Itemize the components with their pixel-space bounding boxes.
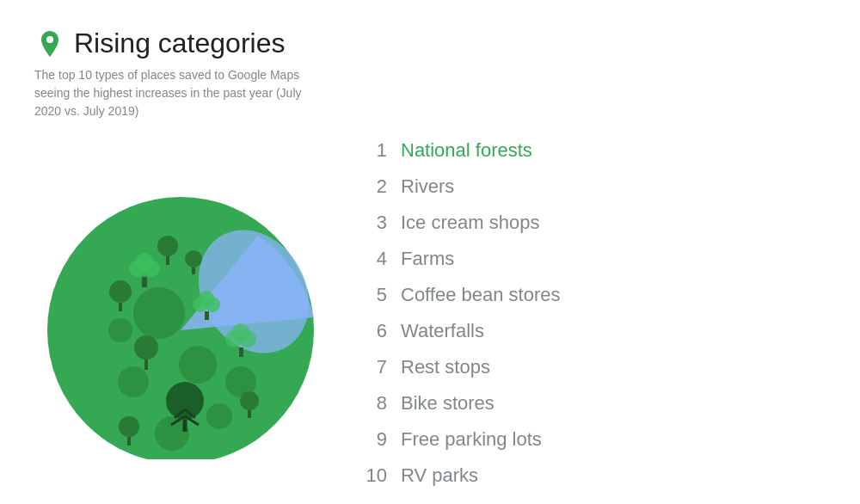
svg-point-18	[166, 382, 204, 420]
list-rank: 2	[361, 175, 387, 198]
svg-rect-17	[144, 360, 148, 370]
list-item: 3Ice cream shops	[361, 206, 826, 239]
list-rank: 7	[361, 356, 387, 378]
svg-point-34	[199, 291, 214, 306]
svg-point-16	[134, 335, 158, 360]
list-label: Coffee bean stores	[401, 284, 561, 306]
page-title: Rising categories	[74, 28, 285, 59]
svg-point-24	[240, 391, 259, 410]
list-item: 9Free parking lots	[361, 423, 826, 456]
svg-rect-25	[248, 410, 251, 418]
list-label: Bike stores	[401, 392, 494, 415]
list-label: Waterfalls	[401, 320, 484, 342]
pin-icon	[34, 28, 65, 59]
svg-point-9	[108, 318, 132, 342]
svg-point-4	[179, 346, 217, 384]
chart-svg	[34, 167, 327, 459]
list-rank: 4	[361, 248, 387, 270]
svg-point-3	[133, 287, 185, 339]
list-item: 6Waterfalls	[361, 315, 826, 347]
svg-point-6	[206, 403, 232, 429]
list-label: Farms	[401, 248, 454, 270]
svg-point-26	[119, 416, 139, 437]
list-item: 7Rest stops	[361, 351, 826, 384]
svg-point-0	[46, 36, 53, 43]
svg-point-10	[157, 236, 178, 256]
svg-rect-27	[127, 437, 131, 446]
list-item: 5Coffee bean stores	[361, 279, 826, 311]
svg-rect-15	[119, 303, 122, 311]
page-subtitle: The top 10 types of places saved to Goog…	[34, 66, 327, 120]
list-rank: 10	[361, 464, 387, 487]
ranked-list: 1National forests2Rivers3Ice cream shops…	[361, 134, 826, 492]
svg-rect-31	[142, 277, 147, 287]
svg-point-14	[109, 280, 132, 303]
list-rank: 6	[361, 320, 387, 342]
list-label: Free parking lots	[401, 428, 542, 451]
list-item: 1National forests	[361, 134, 826, 167]
list-label: Rest stops	[401, 356, 490, 378]
list-item: 10RV parks	[361, 459, 826, 492]
list-rank: 9	[361, 428, 387, 451]
svg-point-38	[232, 323, 249, 341]
svg-point-12	[185, 250, 202, 267]
list-rank: 8	[361, 392, 387, 415]
svg-point-5	[118, 366, 149, 397]
main-content: 1National forests2Rivers3Ice cream shops…	[34, 134, 826, 492]
list-label: National forests	[401, 139, 532, 162]
list-item: 2Rivers	[361, 170, 826, 203]
svg-rect-11	[166, 256, 169, 265]
list-label: Ice cream shops	[401, 212, 539, 234]
list-item: 4Farms	[361, 243, 826, 275]
list-rank: 1	[361, 139, 387, 162]
list-label: Rivers	[401, 175, 454, 198]
svg-rect-39	[239, 347, 243, 357]
list-item: 8Bike stores	[361, 387, 826, 420]
svg-rect-13	[192, 267, 195, 274]
list-label: RV parks	[401, 464, 478, 487]
page-header: Rising categories	[34, 28, 826, 59]
list-rank: 3	[361, 212, 387, 234]
chart-container	[34, 167, 327, 459]
list-rank: 5	[361, 284, 387, 306]
svg-rect-35	[205, 311, 209, 320]
svg-point-30	[136, 253, 153, 270]
